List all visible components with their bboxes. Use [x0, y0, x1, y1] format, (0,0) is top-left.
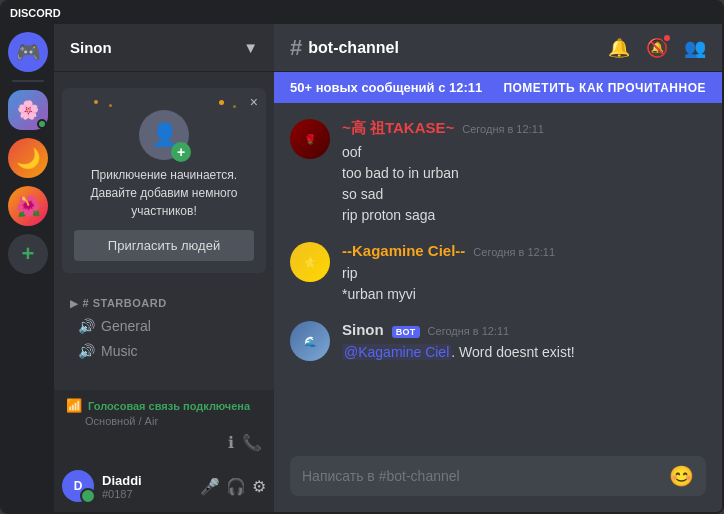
message-text-kagamine: rip *urban myvi [342, 263, 706, 305]
sparkle-decoration [74, 100, 254, 110]
avatar-kagamine: ⭐ [290, 242, 330, 282]
online-indicator-sinon [37, 119, 47, 129]
invite-avatar: 👤 + [139, 110, 189, 160]
sparkle-dot-3 [219, 100, 224, 105]
avatar-sinon-icon: 🌊 [304, 336, 316, 347]
message-header-takase: ~高 祖TAKASE~ Сегодня в 12:11 [342, 119, 706, 138]
sidebar-content: × 👤 + Приключе [54, 72, 274, 386]
chat-input[interactable] [302, 468, 661, 484]
message-content-takase: ~高 祖TAKASE~ Сегодня в 12:11 oof too bad … [342, 119, 706, 226]
app-window: DISCORD 🎮 🌸 🌙 🌺 [0, 0, 724, 514]
timestamp-sinon: Сегодня в 12:11 [428, 325, 510, 337]
signal-icon: 📶 [66, 398, 82, 413]
avatar-kagamine-icon: ⭐ [304, 257, 316, 268]
message-header-sinon: Sinon BOT Сегодня в 12:11 [342, 321, 706, 338]
new-messages-text: 50+ новых сообщений с 12:11 [290, 80, 482, 95]
invite-card: × 👤 + Приключе [62, 88, 266, 273]
mention-kagamine: @Kagamine Ciel [342, 344, 451, 360]
server-icon-discord-home[interactable]: 🎮 [8, 32, 48, 72]
server-icon-son[interactable]: 🌙 [8, 138, 48, 178]
timestamp-takase: Сегодня в 12:11 [462, 123, 544, 135]
message-group-kagamine: ⭐ --Kagamine Ciel-- Сегодня в 12:11 rip … [290, 242, 706, 305]
chat-area: # bot-channel 🔔 🔕 👥 50+ новых сообщений … [274, 24, 722, 512]
server-name-bar[interactable]: Sinon ▼ [54, 24, 274, 72]
message-group-sinon: 🌊 Sinon BOT Сегодня в 12:11 @Kagamine Ci… [290, 321, 706, 363]
server-name-chevron: ▼ [243, 39, 258, 56]
message-content-sinon: Sinon BOT Сегодня в 12:11 @Kagamine Ciel… [342, 321, 706, 363]
deafen-button[interactable]: 🎧 [226, 477, 246, 496]
members-icon[interactable]: 👥 [684, 37, 706, 59]
messages-area: 🌹 ~高 祖TAKASE~ Сегодня в 12:11 oof too ba… [274, 103, 722, 448]
new-messages-banner: 50+ новых сообщений с 12:11 ПОМЕТИТЬ КАК… [274, 72, 722, 103]
sinon-server-wrapper: 🌸 [8, 90, 48, 130]
sparkle-dot-4 [233, 105, 236, 108]
message-group-takase: 🌹 ~高 祖TAKASE~ Сегодня в 12:11 oof too ba… [290, 119, 706, 226]
msg-takase-line2: too bad to in urban [342, 163, 706, 184]
sparkle-dot-2 [109, 104, 112, 107]
invite-people-button[interactable]: Пригласить людей [74, 230, 254, 261]
mute-button[interactable]: 🎤 [200, 477, 220, 496]
server-divider [12, 80, 44, 82]
message-header-kagamine: --Kagamine Ciel-- Сегодня в 12:11 [342, 242, 706, 259]
msg-kagamine-line2: *urban myvi [342, 284, 706, 305]
username: Diaddi [102, 473, 192, 488]
message-content-kagamine: --Kagamine Ciel-- Сегодня в 12:11 rip *u… [342, 242, 706, 305]
bot-badge: BOT [392, 326, 420, 338]
user-info: Diaddi #0187 [102, 473, 192, 500]
emoji-picker-button[interactable]: 😊 [669, 464, 694, 488]
author-takase: ~高 祖TAKASE~ [342, 119, 454, 138]
server-name: Sinon [70, 39, 112, 56]
msg-takase-line1: oof [342, 142, 706, 163]
voice-info-button[interactable]: ℹ [228, 433, 234, 452]
user-bar-actions: 🎤 🎧 ⚙ [200, 477, 266, 496]
notification-bell-icon[interactable]: 🔔 [608, 37, 630, 59]
invite-text: Приключение начинается. Давайте добавим … [74, 166, 254, 220]
volume-icon-general: 🔊 [78, 318, 95, 334]
title-bar-text: DISCORD [10, 7, 61, 19]
channel-category-starboard[interactable]: ▶ # starboard [54, 281, 274, 313]
settings-button[interactable]: ⚙ [252, 477, 266, 496]
channel-header-name: bot-channel [308, 39, 399, 57]
sinon-avatar: 🌸 [17, 99, 39, 121]
title-bar: DISCORD [2, 2, 722, 24]
channel-item-music[interactable]: 🔊 Music [62, 339, 266, 363]
discord-home-icon: 🎮 [16, 40, 41, 64]
voice-disconnect-button[interactable]: 📞 [242, 433, 262, 452]
user-avatar-initials: D [74, 479, 83, 493]
son-avatar: 🌙 [16, 146, 41, 170]
msg-kagamine-line1: rip [342, 263, 706, 284]
avatar-takase: 🌹 [290, 119, 330, 159]
server-sidebar: 🎮 🌸 🌙 🌺 + [2, 24, 54, 512]
user-bar: D Diaddi #0187 🎤 🎧 ⚙ [54, 460, 274, 512]
timestamp-kagamine: Сегодня в 12:11 [473, 246, 555, 258]
channel-hash: # [290, 35, 302, 61]
add-server-button[interactable]: + [8, 234, 48, 274]
message-text-sinon: @Kagamine Ciel. Word doesnt exist! [342, 342, 706, 363]
mark-read-button[interactable]: ПОМЕТИТЬ КАК ПРОЧИТАННОЕ [503, 81, 706, 95]
msg-takase-line3: so sad [342, 184, 706, 205]
chat-header: # bot-channel 🔔 🔕 👥 [274, 24, 722, 72]
main-area: 🎮 🌸 🌙 🌺 + [2, 24, 722, 512]
server-icon-anime[interactable]: 🌺 [8, 186, 48, 226]
msg-takase-line4: rip proton saga [342, 205, 706, 226]
message-text-takase: oof too bad to in urban so sad rip proto… [342, 142, 706, 226]
channel-name-music: Music [101, 343, 138, 359]
channel-item-general[interactable]: 🔊 General [62, 314, 266, 338]
chat-input-wrapper: 😊 [290, 456, 706, 496]
voice-status-bar: 📶 Голосовая связь подключена Основной / … [54, 390, 274, 460]
chat-input-area: 😊 [274, 448, 722, 512]
notification-alert-icon[interactable]: 🔕 [646, 37, 668, 59]
volume-icon-music: 🔊 [78, 343, 95, 359]
user-avatar: D [62, 470, 94, 502]
channel-sidebar: Sinon ▼ × 👤 [54, 24, 274, 512]
author-sinon: Sinon [342, 321, 384, 338]
category-label: # starboard [83, 297, 167, 309]
category-arrow: ▶ [70, 298, 79, 309]
anime-avatar: 🌺 [16, 194, 41, 218]
channel-name-general: General [101, 318, 151, 334]
notification-badge [662, 33, 672, 43]
header-actions: 🔔 🔕 👥 [608, 37, 706, 59]
sparkle-dot-1 [94, 100, 98, 104]
voice-status-server: Основной / Air [66, 415, 262, 427]
avatar-sinon: 🌊 [290, 321, 330, 361]
